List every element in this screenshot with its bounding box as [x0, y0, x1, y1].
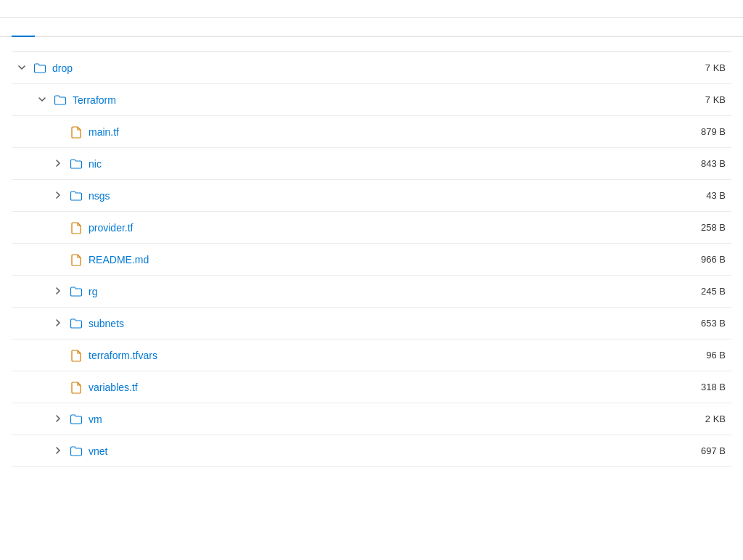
tab-consumed[interactable]	[35, 18, 58, 37]
artifacts-table: drop7 KB Terraform7 KB main.tf879 B nic8…	[0, 37, 743, 467]
table-row[interactable]: drop7 KB	[12, 52, 731, 84]
table-row[interactable]: vnet697 B	[12, 435, 731, 467]
table-row[interactable]: nic843 B	[12, 148, 731, 180]
item-name[interactable]: rg	[89, 286, 97, 297]
row-left-terraform-tfvars: terraform.tfvars	[17, 349, 682, 362]
row-left-nsgs: nsgs	[17, 189, 682, 202]
folder-icon	[70, 413, 84, 426]
page-header	[0, 0, 743, 18]
folder-icon	[33, 62, 48, 75]
row-left-subnets: subnets	[17, 317, 682, 330]
table-row[interactable]: vm2 KB	[12, 403, 731, 435]
item-size: 7 KB	[682, 62, 726, 73]
item-name[interactable]: terraform.tfvars	[89, 350, 157, 361]
table-row[interactable]: main.tf879 B	[12, 116, 731, 148]
row-left-rg: rg	[17, 285, 682, 298]
item-name[interactable]: vm	[89, 413, 102, 425]
row-left-drop: drop	[17, 62, 682, 75]
chevron-icon[interactable]	[54, 190, 65, 202]
chevron-icon[interactable]	[54, 413, 65, 425]
row-left-main-tf: main.tf	[17, 125, 682, 139]
table-body: drop7 KB Terraform7 KB main.tf879 B nic8…	[12, 52, 731, 467]
folder-icon	[70, 317, 84, 330]
item-size: 245 B	[682, 286, 726, 297]
table-row[interactable]: README.md966 B	[12, 244, 731, 276]
row-left-variables-tf: variables.tf	[17, 381, 682, 394]
row-left-nic: nic	[17, 157, 682, 170]
table-header	[12, 37, 731, 52]
row-left-vm: vm	[17, 413, 682, 426]
table-row[interactable]: rg245 B	[12, 276, 731, 308]
chevron-icon[interactable]	[54, 286, 65, 297]
chevron-icon[interactable]	[54, 445, 65, 457]
folder-icon	[54, 94, 68, 107]
file-icon	[70, 349, 84, 362]
table-row[interactable]: subnets653 B	[12, 308, 731, 339]
item-size: 966 B	[682, 254, 726, 265]
item-name[interactable]: README.md	[89, 254, 149, 265]
chevron-icon[interactable]	[54, 158, 65, 170]
folder-icon	[70, 189, 84, 202]
item-name[interactable]: nic	[89, 158, 102, 170]
chevron-icon[interactable]	[17, 62, 29, 74]
tab-published[interactable]	[12, 18, 35, 37]
file-icon	[70, 221, 84, 234]
tabs-bar	[0, 18, 743, 37]
table-row[interactable]: Terraform7 KB	[12, 84, 731, 116]
row-left-terraform: Terraform	[17, 94, 682, 107]
item-name[interactable]: variables.tf	[89, 382, 138, 393]
folder-icon	[70, 445, 84, 458]
item-name[interactable]: Terraform	[73, 94, 116, 106]
item-name[interactable]: nsgs	[89, 190, 110, 202]
chevron-icon[interactable]	[54, 318, 65, 329]
item-size: 318 B	[682, 382, 726, 392]
row-left-readme-md: README.md	[17, 253, 682, 266]
item-name[interactable]: subnets	[89, 318, 124, 329]
item-size: 697 B	[682, 445, 726, 456]
item-size: 96 B	[682, 350, 726, 361]
row-left-vnet: vnet	[17, 445, 682, 458]
item-name[interactable]: drop	[52, 62, 73, 74]
folder-icon	[70, 285, 84, 298]
item-size: 879 B	[682, 126, 726, 137]
file-icon	[70, 125, 84, 139]
chevron-icon[interactable]	[38, 94, 49, 106]
item-name[interactable]: vnet	[89, 445, 107, 457]
file-icon	[70, 381, 84, 394]
table-row[interactable]: provider.tf258 B	[12, 212, 731, 244]
item-name[interactable]: provider.tf	[89, 222, 133, 234]
table-row[interactable]: terraform.tfvars96 B	[12, 339, 731, 371]
item-size: 843 B	[682, 158, 726, 169]
item-size: 43 B	[682, 190, 726, 201]
item-size: 258 B	[682, 222, 726, 233]
item-size: 653 B	[682, 318, 726, 329]
file-icon	[70, 253, 84, 266]
item-name[interactable]: main.tf	[89, 126, 119, 138]
table-row[interactable]: nsgs43 B	[12, 180, 731, 212]
item-size: 7 KB	[682, 94, 726, 105]
row-left-provider-tf: provider.tf	[17, 221, 682, 234]
item-size: 2 KB	[682, 413, 726, 424]
table-row[interactable]: variables.tf318 B	[12, 371, 731, 403]
folder-icon	[70, 157, 84, 170]
